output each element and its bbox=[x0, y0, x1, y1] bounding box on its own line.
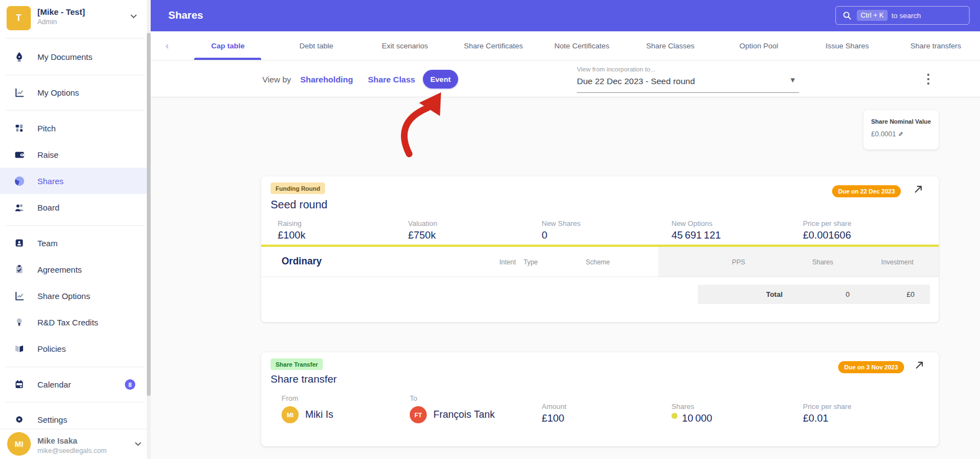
sidebar-item-my-documents[interactable]: My Documents bbox=[0, 43, 147, 70]
date-range-select[interactable]: View from incorporation to... Due 22 Dec… bbox=[577, 64, 799, 95]
total-label: Total bbox=[766, 290, 783, 298]
user-chevron-down-icon[interactable] bbox=[135, 442, 141, 446]
sidebar-item-label: Board bbox=[37, 203, 59, 212]
tab-issue-shares[interactable]: Issue Shares bbox=[803, 31, 891, 60]
more-options-kebab-button[interactable] bbox=[923, 73, 934, 86]
sidebar-item-pitch[interactable]: Pitch bbox=[0, 115, 147, 141]
gear-icon bbox=[13, 413, 25, 425]
open-external-link-icon[interactable] bbox=[913, 185, 923, 194]
due-date-badge: Due on 3 Nov 2023 bbox=[838, 361, 904, 373]
tab-label: Issue Shares bbox=[825, 42, 869, 50]
wallet-icon bbox=[13, 148, 25, 161]
user-name: Mike Isaka bbox=[37, 436, 78, 445]
total-shares: 0 bbox=[846, 290, 850, 298]
sidebar-item-calendar[interactable]: Calendar 8 bbox=[0, 371, 147, 397]
to-name: François Tank bbox=[433, 409, 495, 421]
divider bbox=[5, 75, 144, 75]
sidebar-item-label: Pitch bbox=[37, 124, 56, 133]
tab-label: Option Pool bbox=[740, 42, 779, 50]
to-avatar[interactable]: FT bbox=[410, 406, 427, 423]
tab-share-transfers[interactable]: Share transfers bbox=[891, 31, 980, 60]
sidebar-item-team[interactable]: Team bbox=[0, 230, 147, 256]
divider bbox=[0, 429, 147, 429]
column-header-intent: Intent bbox=[499, 258, 516, 266]
workspace-avatar[interactable]: T bbox=[7, 6, 31, 30]
stat-label: Valuation bbox=[408, 219, 437, 228]
sidebar-item-label: Policies bbox=[37, 344, 66, 353]
divider bbox=[5, 38, 144, 38]
sidebar-item-board[interactable]: Board bbox=[0, 194, 147, 220]
search-input[interactable]: Ctrl + K to search bbox=[835, 6, 970, 25]
share-class-row: Ordinary Intent Type Scheme PPS Shares I… bbox=[261, 247, 939, 276]
tab-cap-table[interactable]: Cap table bbox=[184, 31, 272, 60]
user-avatar[interactable]: MI bbox=[7, 432, 31, 456]
stat-value: 45 691 121 bbox=[671, 229, 721, 241]
sidebar-item-label: Calendar bbox=[37, 380, 71, 389]
sidebar-item-policies[interactable]: Policies bbox=[0, 335, 147, 362]
stat-label: Price per share bbox=[803, 402, 851, 411]
pie-chart-icon bbox=[13, 175, 25, 187]
filter-bar: View by Shareholding Share Class Event V… bbox=[151, 60, 980, 97]
from-avatar[interactable]: MI bbox=[282, 406, 299, 423]
sidebar-scrollbar-thumb[interactable] bbox=[147, 33, 151, 396]
tab-label: Exit scenarios bbox=[382, 42, 428, 50]
column-header-pps: PPS bbox=[732, 258, 745, 266]
stat-value: £100 bbox=[542, 412, 564, 424]
layout-icon bbox=[13, 122, 25, 134]
share-transfer-card[interactable]: Share Transfer Share transfer Due on 3 N… bbox=[261, 352, 939, 446]
stat-label: Price per share bbox=[803, 219, 851, 228]
tab-label: Note Certificates bbox=[554, 42, 609, 50]
from-label: From bbox=[282, 394, 298, 402]
search-placeholder: to search bbox=[891, 12, 921, 20]
tab-debt-table[interactable]: Debt table bbox=[272, 31, 361, 60]
edit-pencil-icon[interactable]: ✎ bbox=[898, 131, 903, 138]
sidebar-item-label: R&D Tax Credits bbox=[37, 318, 98, 327]
sidebar-item-rd-tax-credits[interactable]: R&D Tax Credits bbox=[0, 309, 147, 335]
column-header-scheme: Scheme bbox=[586, 258, 610, 266]
lightbulb-icon bbox=[13, 316, 25, 328]
pen-nib-icon bbox=[13, 51, 25, 63]
sidebar-item-agreements[interactable]: Agreements bbox=[0, 256, 147, 283]
active-tab-underline bbox=[194, 58, 261, 60]
event-type-badge: Funding Round bbox=[271, 183, 325, 194]
open-external-link-icon[interactable] bbox=[915, 361, 924, 370]
view-by-event-button[interactable]: Event bbox=[423, 70, 458, 89]
person-badge-icon bbox=[13, 237, 25, 249]
stat-value: £0.001606 bbox=[803, 229, 851, 241]
stat-label: Raising bbox=[278, 219, 301, 228]
tab-option-pool[interactable]: Option Pool bbox=[714, 31, 803, 60]
people-icon bbox=[13, 201, 25, 213]
sidebar-item-my-options[interactable]: My Options bbox=[0, 79, 147, 106]
funding-round-card[interactable]: Funding Round Seed round Due on 22 Dec 2… bbox=[261, 176, 939, 322]
workspace-chevron-down-icon[interactable] bbox=[130, 14, 137, 19]
sidebar-item-share-options[interactable]: Share Options bbox=[0, 283, 147, 309]
date-range-label: View from incorporation to... bbox=[577, 66, 656, 73]
tab-note-certificates[interactable]: Note Certificates bbox=[538, 31, 626, 60]
sidebar-item-raise[interactable]: Raise bbox=[0, 141, 147, 168]
stat-value: 10 000 bbox=[682, 412, 712, 424]
tab-share-certificates[interactable]: Share Certificates bbox=[449, 31, 538, 60]
divider bbox=[5, 110, 144, 110]
view-by-label: View by bbox=[262, 75, 291, 84]
line-chart-icon bbox=[13, 290, 25, 302]
from-name: Miki Is bbox=[305, 409, 333, 421]
divider bbox=[5, 225, 144, 226]
search-icon bbox=[843, 11, 852, 20]
tab-share-classes[interactable]: Share Classes bbox=[626, 31, 714, 60]
tabs-scroll-left-chevron-icon[interactable]: ‹ bbox=[151, 40, 184, 52]
workspace-role: Admin bbox=[37, 18, 57, 26]
column-header-shares: Shares bbox=[812, 258, 833, 266]
view-by-shareholding-link[interactable]: Shareholding bbox=[300, 75, 353, 84]
tab-label: Share Certificates bbox=[464, 42, 522, 50]
stat-label: New Shares bbox=[542, 219, 581, 228]
sidebar-item-label: Agreements bbox=[37, 265, 82, 274]
clipboard-check-icon bbox=[13, 263, 25, 275]
card-title: Share transfer bbox=[271, 373, 337, 385]
view-by-share-class-link[interactable]: Share Class bbox=[368, 75, 415, 84]
tab-exit-scenarios[interactable]: Exit scenarios bbox=[361, 31, 449, 60]
stat-value: £0.01 bbox=[803, 412, 828, 424]
tab-label: Share transfers bbox=[910, 42, 961, 50]
sidebar-item-shares[interactable]: Shares bbox=[0, 168, 147, 194]
tab-label: Share Classes bbox=[646, 42, 695, 50]
sidebar-item-label: Shares bbox=[37, 176, 64, 186]
